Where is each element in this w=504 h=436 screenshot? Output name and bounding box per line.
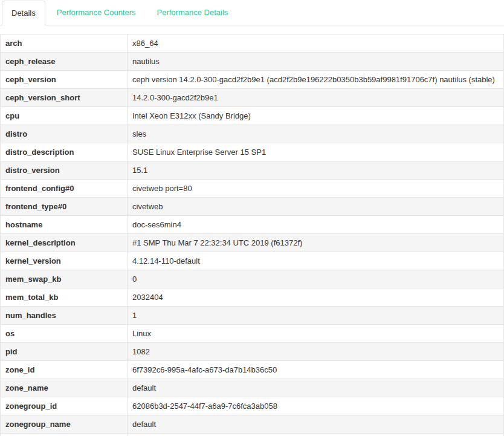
row-key: zone_name (1, 379, 128, 397)
table-row: zone_name default (1, 379, 504, 397)
table-row: hostname doc-ses6min4 (1, 216, 504, 234)
tab-performance-details[interactable]: Performance Details (147, 0, 238, 25)
row-key: zonegroup_id (1, 397, 128, 415)
row-key: mem_total_kb (1, 288, 128, 307)
row-key: zonegroup_name (1, 415, 128, 434)
row-value: nautilus (128, 53, 504, 71)
row-value: Intel Xeon E312xx (Sandy Bridge) (128, 107, 504, 125)
row-key: frontend_type#0 (1, 198, 128, 216)
table-row: frontend_type#0 civetweb (1, 198, 504, 216)
table-row: mem_swap_kb 0 (1, 270, 504, 288)
row-value (128, 434, 504, 436)
table-row: mem_total_kb 2032404 (1, 288, 504, 307)
table-row-clipped (1, 434, 504, 436)
table-row: frontend_config#0 civetweb port=80 (1, 180, 504, 198)
row-key: frontend_config#0 (1, 180, 128, 198)
table-row: zone_id 6f7392c6-995a-4afc-a673-da7b14b3… (1, 361, 504, 379)
row-key: ceph_version_short (1, 89, 128, 107)
row-key: distro_description (1, 143, 128, 161)
table-row: ceph_version ceph version 14.2.0-300-gac… (1, 71, 504, 89)
row-value: 62086b3d-2547-44f7-a6a9-7c6fca3ab058 (128, 397, 504, 415)
row-value: ceph version 14.2.0-300-gacd2f2b9e1 (acd… (128, 71, 504, 89)
row-value: default (128, 415, 504, 434)
table-row: arch x86_64 (1, 34, 504, 53)
tab-performance-counters[interactable]: Performance Counters (47, 0, 146, 25)
table-row: ceph_version_short 14.2.0-300-gacd2f2b9e… (1, 89, 504, 107)
row-key: pid (1, 343, 128, 361)
row-key: hostname (1, 216, 128, 234)
row-key: os (1, 325, 128, 343)
row-value: x86_64 (128, 34, 504, 53)
tab-bar: Details Performance Counters Performance… (0, 0, 504, 25)
row-key: distro_version (1, 161, 128, 180)
table-row: kernel_version 4.12.14-110-default (1, 252, 504, 270)
row-key: zone_id (1, 361, 128, 379)
row-key: arch (1, 34, 128, 53)
table-row: distro_version 15.1 (1, 161, 504, 180)
table-row: num_handles 1 (1, 307, 504, 325)
table-row: os Linux (1, 325, 504, 343)
row-value: 14.2.0-300-gacd2f2b9e1 (128, 89, 504, 107)
row-value: 6f7392c6-995a-4afc-a673-da7b14b36c50 (128, 361, 504, 379)
row-value: sles (128, 125, 504, 143)
table-row: zonegroup_id 62086b3d-2547-44f7-a6a9-7c6… (1, 397, 504, 415)
row-value: #1 SMP Thu Mar 7 22:32:34 UTC 2019 (f613… (128, 234, 504, 252)
row-key (1, 434, 128, 436)
row-key: distro (1, 125, 128, 143)
row-key: mem_swap_kb (1, 270, 128, 288)
table-row: distro_description SUSE Linux Enterprise… (1, 143, 504, 161)
row-value: 2032404 (128, 288, 504, 307)
table-row: zonegroup_name default (1, 415, 504, 434)
row-value: 1082 (128, 343, 504, 361)
table-row: cpu Intel Xeon E312xx (Sandy Bridge) (1, 107, 504, 125)
row-key: kernel_description (1, 234, 128, 252)
tab-details[interactable]: Details (2, 1, 45, 25)
row-value: Linux (128, 325, 504, 343)
row-value: civetweb port=80 (128, 180, 504, 198)
row-value: 15.1 (128, 161, 504, 180)
table-row: pid 1082 (1, 343, 504, 361)
row-value: doc-ses6min4 (128, 216, 504, 234)
row-key: ceph_version (1, 71, 128, 89)
row-value: SUSE Linux Enterprise Server 15 SP1 (128, 143, 504, 161)
row-key: num_handles (1, 307, 128, 325)
row-key: ceph_release (1, 53, 128, 71)
row-key: cpu (1, 107, 128, 125)
row-value: default (128, 379, 504, 397)
row-value: 4.12.14-110-default (128, 252, 504, 270)
table-row: distro sles (1, 125, 504, 143)
table-row: kernel_description #1 SMP Thu Mar 7 22:3… (1, 234, 504, 252)
row-value: 1 (128, 307, 504, 325)
details-table: arch x86_64 ceph_release nautilus ceph_v… (0, 34, 504, 436)
details-panel: arch x86_64 ceph_release nautilus ceph_v… (0, 34, 504, 436)
table-row: ceph_release nautilus (1, 53, 504, 71)
row-value: civetweb (128, 198, 504, 216)
row-value: 0 (128, 270, 504, 288)
row-key: kernel_version (1, 252, 128, 270)
